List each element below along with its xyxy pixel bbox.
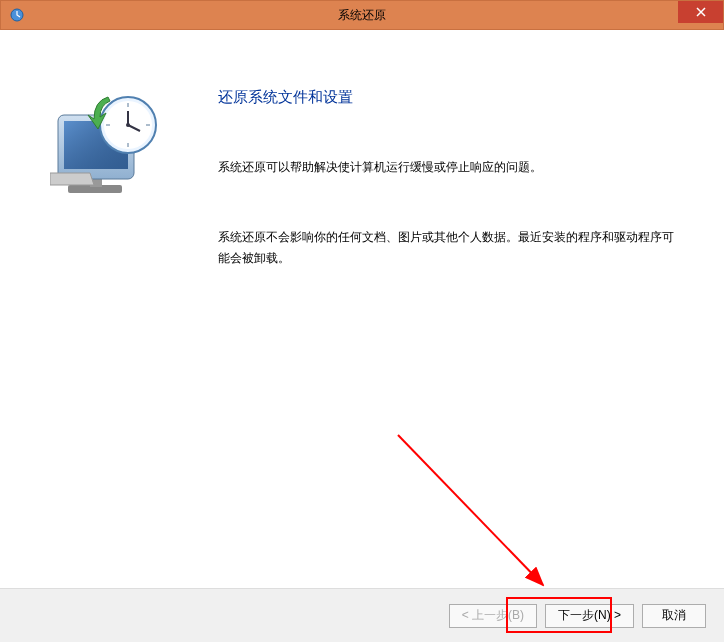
close-button[interactable]	[678, 1, 723, 23]
back-button: < 上一步(B)	[449, 604, 537, 628]
app-icon	[9, 7, 25, 23]
description-paragraph-2: 系统还原不会影响你的任何文档、图片或其他个人数据。最近安装的程序和驱动程序可能会…	[218, 227, 684, 270]
titlebar: 系统还原	[0, 0, 724, 30]
content-area: 还原系统文件和设置 系统还原可以帮助解决使计算机运行缓慢或停止响应的问题。 系统…	[0, 30, 724, 588]
page-heading: 还原系统文件和设置	[218, 88, 684, 107]
cancel-button[interactable]: 取消	[642, 604, 706, 628]
system-restore-icon	[50, 85, 160, 205]
window-title: 系统还原	[338, 7, 386, 24]
next-button[interactable]: 下一步(N) >	[545, 604, 634, 628]
footer: < 上一步(B) 下一步(N) > 取消	[0, 588, 724, 642]
left-pane	[0, 30, 190, 588]
right-pane: 还原系统文件和设置 系统还原可以帮助解决使计算机运行缓慢或停止响应的问题。 系统…	[190, 30, 724, 588]
close-icon	[696, 7, 706, 17]
svg-point-14	[126, 123, 130, 127]
description-paragraph-1: 系统还原可以帮助解决使计算机运行缓慢或停止响应的问题。	[218, 157, 684, 179]
